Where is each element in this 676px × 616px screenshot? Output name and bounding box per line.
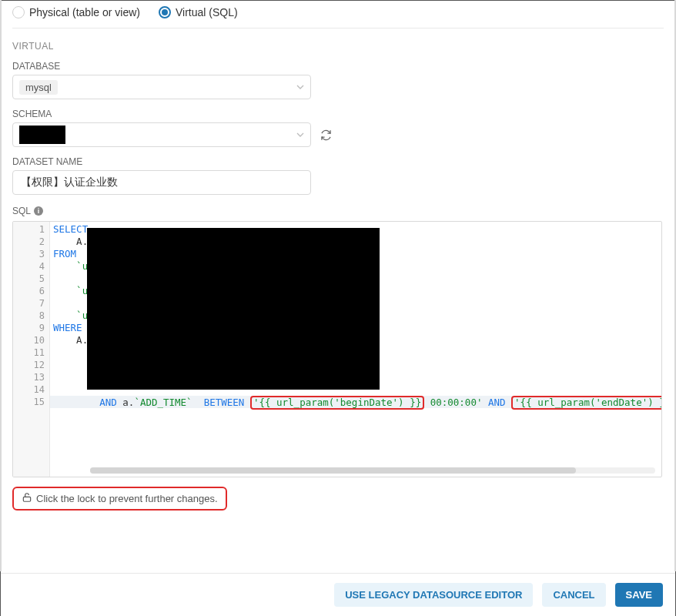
sql-line-15: AND a.`ADD_TIME` BETWEEN '{{ url_param('… [50,396,661,408]
sql-redacted-overlay [87,228,380,390]
sql-label: SQL [12,206,31,216]
dataset-name-label: DATASET NAME [12,156,664,167]
dataset-type-radio-group: Physical (table or view) Virtual (SQL) [12,3,664,28]
dataset-name-value: 【权限】认证企业数 [21,176,118,189]
sql-gutter: 123 456 789 101112 131415 [13,222,50,477]
info-icon[interactable]: i [34,206,43,216]
dataset-name-input[interactable]: 【权限】认证企业数 [12,170,311,195]
horizontal-scrollbar[interactable] [90,467,655,474]
schema-value-redacted [19,126,65,144]
radio-virtual[interactable]: Virtual (SQL) [159,6,238,18]
schema-label: SCHEMA [12,109,664,119]
param-begin-date-highlight: '{{ url_param('beginDate') }} [250,396,424,410]
svg-rect-0 [23,497,30,501]
radio-checked-icon [159,6,171,18]
radio-physical[interactable]: Physical (table or view) [12,6,140,18]
sql-editor[interactable]: 123 456 789 101112 131415 SELECT A. FROM… [12,221,662,477]
radio-virtual-label: Virtual (SQL) [176,6,238,18]
database-tag: mysql [19,80,58,95]
database-select[interactable]: mysql [12,75,311,99]
lock-toggle[interactable]: Click the lock to prevent further change… [12,487,227,511]
chevron-down-icon [296,131,304,139]
radio-physical-label: Physical (table or view) [29,6,140,18]
refresh-icon[interactable] [320,129,332,141]
lock-open-icon [22,492,32,505]
chevron-down-icon [296,83,304,91]
schema-select[interactable] [12,122,311,147]
sql-code[interactable]: SELECT A. FROM `us `us `us WHERE A. AND … [50,222,661,477]
lock-message: Click the lock to prevent further change… [36,493,218,504]
save-button[interactable]: SAVE [615,583,663,607]
section-header-virtual: VIRTUAL [12,41,664,52]
database-label: DATABASE [12,61,664,72]
cancel-button[interactable]: CANCEL [542,583,605,607]
footer: USE LEGACY DATASOURCE EDITOR CANCEL SAVE [1,573,675,616]
use-legacy-editor-button[interactable]: USE LEGACY DATASOURCE EDITOR [334,583,533,607]
param-end-date-highlight: '{{ url_param('endDate') }} [511,396,661,410]
radio-unchecked-icon [12,6,25,18]
